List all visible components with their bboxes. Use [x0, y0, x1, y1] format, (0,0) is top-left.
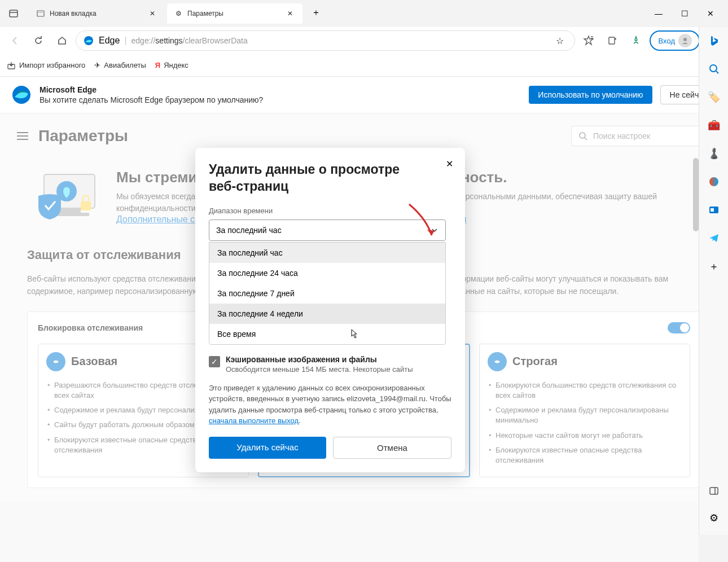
url-prefix: Edge: [99, 36, 120, 46]
avatar-icon: [678, 34, 692, 47]
settings-gear-icon[interactable]: ⚙: [706, 510, 722, 526]
bookmarks-bar: Импорт избранного ✈ Авиабилеты Я Яндекс: [0, 54, 728, 77]
shopping-icon[interactable]: 🏷️: [706, 89, 722, 105]
svg-rect-0: [10, 10, 17, 17]
tab-settings[interactable]: ⚙ Параметры ✕: [167, 3, 302, 24]
svg-point-27: [709, 177, 718, 186]
tab-close-button[interactable]: ✕: [284, 8, 296, 19]
new-tab-button[interactable]: ＋: [307, 3, 325, 21]
svg-point-4: [40, 12, 41, 13]
gear-icon: ⚙: [174, 9, 183, 18]
time-range-label: Диапазон времени: [209, 207, 451, 215]
bookmark-import[interactable]: Импорт избранного: [7, 61, 85, 70]
performance-icon[interactable]: [626, 30, 646, 51]
collections-icon[interactable]: [602, 30, 622, 51]
url-box[interactable]: Edge | edge://settings/clearBrowserData …: [76, 30, 575, 51]
bookmark-label: Импорт избранного: [19, 61, 85, 69]
dropdown-option[interactable]: Все время: [209, 324, 445, 344]
svg-line-26: [716, 71, 718, 73]
bookmark-flights[interactable]: ✈ Авиабилеты: [94, 61, 146, 69]
svg-rect-29: [711, 208, 714, 212]
modal-info-text: Это приведет к удалению данных со всех с…: [209, 383, 451, 427]
dropdown-option[interactable]: За последний час: [209, 243, 445, 263]
default-browser-banner: Microsoft Edge Вы хотите сделать Microso…: [0, 77, 728, 113]
plane-icon: ✈: [94, 61, 100, 69]
modal-title: Удалить данные о просмотре веб-страниц: [209, 161, 423, 195]
telegram-icon[interactable]: [706, 230, 722, 246]
svg-rect-30: [710, 488, 718, 494]
dropdown-list: За последний часЗа последние 24 часаЗа п…: [209, 242, 446, 345]
yandex-icon: Я: [155, 61, 160, 69]
search-icon[interactable]: [706, 61, 722, 77]
tab-label: Новая вкладка: [50, 10, 97, 17]
office-icon[interactable]: [706, 174, 722, 190]
svg-point-25: [710, 65, 717, 72]
tab-icon: [36, 9, 45, 18]
svg-point-5: [42, 12, 43, 13]
bing-icon[interactable]: [706, 33, 722, 49]
close-window-button[interactable]: ✕: [698, 2, 723, 25]
maximize-button[interactable]: ☐: [672, 2, 698, 25]
favorite-star-icon[interactable]: ☆: [552, 33, 568, 49]
login-label: Вход: [659, 37, 675, 45]
use-default-button[interactable]: Использовать по умолчанию: [529, 86, 652, 104]
svg-point-3: [38, 12, 40, 13]
tab-new-tab[interactable]: Новая вкладка ✕: [29, 3, 165, 24]
svg-rect-9: [609, 37, 615, 44]
cancel-button[interactable]: Отмена: [333, 437, 451, 459]
add-icon[interactable]: ＋: [706, 258, 722, 274]
edge-logo-icon: [11, 85, 32, 105]
svg-rect-2: [37, 11, 44, 16]
bookmark-yandex[interactable]: Я Яндекс: [155, 61, 188, 69]
cached-files-checkbox[interactable]: ✓: [209, 356, 220, 367]
back-button[interactable]: [5, 30, 25, 51]
modal-close-button[interactable]: ✕: [442, 157, 456, 170]
url-text: edge://settings/clearBrowserData: [131, 36, 547, 45]
titlebar: Новая вкладка ✕ ⚙ Параметры ✕ ＋ — ☐ ✕: [0, 0, 728, 27]
import-icon: [7, 61, 16, 70]
games-icon[interactable]: ♟️: [706, 146, 722, 161]
svg-point-12: [683, 38, 687, 41]
tab-label: Параметры: [187, 10, 223, 17]
refresh-button[interactable]: [28, 30, 49, 51]
clear-now-button[interactable]: Удалить сейчас: [209, 437, 326, 459]
edge-logo-icon: [83, 35, 94, 46]
home-button[interactable]: [52, 30, 72, 51]
login-button[interactable]: Вход: [650, 30, 700, 51]
minimize-button[interactable]: —: [646, 2, 672, 25]
bookmark-label: Яндекс: [164, 61, 188, 69]
tab-close-button[interactable]: ✕: [147, 8, 158, 19]
signout-link[interactable]: сначала выполните выход: [209, 416, 299, 425]
addressbar: Edge | edge://settings/clearBrowserData …: [0, 27, 728, 54]
banner-subtitle: Вы хотите сделать Microsoft Edge браузер…: [40, 95, 521, 104]
check-label: Кэшированные изображения и файлы: [226, 355, 413, 364]
dropdown-option[interactable]: За последние 4 недели: [209, 304, 445, 324]
favorites-icon[interactable]: [578, 30, 599, 51]
bookmark-label: Авиабилеты: [104, 61, 146, 69]
dropdown-option[interactable]: За последние 24 часа: [209, 263, 445, 283]
dropdown-option[interactable]: За последние 7 дней: [209, 283, 445, 304]
time-range-dropdown[interactable]: За последний час: [209, 219, 446, 241]
right-sidebar: 🏷️ 🧰 ♟️ ＋ ⚙: [699, 27, 728, 535]
outlook-icon[interactable]: [706, 202, 722, 218]
tools-icon[interactable]: 🧰: [706, 117, 722, 133]
sidebar-toggle-icon[interactable]: [706, 483, 722, 499]
chevron-down-icon: [431, 226, 438, 234]
dropdown-selected: За последний час: [216, 226, 282, 235]
banner-title: Microsoft Edge: [40, 85, 521, 94]
app-menu-icon[interactable]: [5, 5, 23, 23]
clear-data-modal: ✕ Удалить данные о просмотре веб-страниц…: [195, 148, 465, 472]
check-sublabel: Освободится меньше 154 МБ места. Некотор…: [226, 365, 413, 374]
